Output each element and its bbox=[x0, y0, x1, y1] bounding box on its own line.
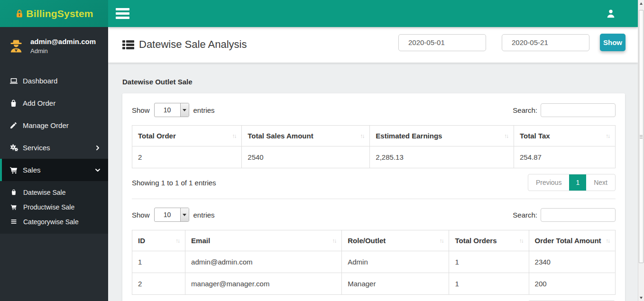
sidebar-item-add-order[interactable]: Add Order bbox=[0, 92, 108, 114]
page-header: Datewise Sale Analysis Show bbox=[108, 27, 638, 63]
previous-page-button[interactable]: Previous bbox=[528, 174, 569, 191]
page-title-text: Datewise Sale Analysis bbox=[139, 38, 247, 51]
date-to-input[interactable] bbox=[502, 34, 589, 51]
sort-icon: ↑↓ bbox=[606, 237, 609, 244]
select-caret-icon bbox=[180, 208, 189, 221]
sort-icon: ↑↓ bbox=[439, 237, 443, 244]
sidebar-menu: Dashboard Add Order Manage Order Service… bbox=[0, 70, 108, 234]
cell-role: Manager bbox=[342, 273, 449, 295]
sidebar-user-role: Admin bbox=[30, 47, 96, 55]
cell-email: admin@admin.com bbox=[185, 251, 342, 273]
top-navbar bbox=[108, 0, 638, 27]
column-header-email[interactable]: Email↑↓ bbox=[185, 230, 342, 251]
section-title: Datewise Outlet Sale bbox=[122, 78, 625, 86]
cell-total-order: 2 bbox=[132, 146, 242, 168]
sidebar-item-services[interactable]: Services bbox=[0, 137, 108, 159]
current-page-button[interactable]: 1 bbox=[569, 174, 586, 191]
user-table-controls: Show 10 entries Search: bbox=[132, 208, 616, 222]
cell-total-tax: 254.87 bbox=[514, 146, 616, 168]
entries-label: entries bbox=[193, 106, 215, 114]
column-header-total-tax[interactable]: Total Tax↑↓ bbox=[514, 126, 616, 146]
date-filter-controls: Show bbox=[398, 34, 626, 51]
th-list-icon bbox=[122, 40, 134, 50]
hamburger-icon[interactable] bbox=[113, 3, 132, 24]
cell-order-total-amount: 200 bbox=[529, 273, 615, 295]
scroll-up-arrow-icon[interactable] bbox=[638, 0, 644, 7]
column-header-total-order[interactable]: Total Order↑↓ bbox=[132, 126, 242, 146]
outlet-table-footer: Showing 1 to 1 of 1 entries Previous 1 N… bbox=[132, 174, 616, 191]
submenu-item-label: Productwise Sale bbox=[23, 203, 74, 211]
cart-icon bbox=[9, 166, 23, 174]
sidebar-item-label: Dashboard bbox=[23, 77, 101, 85]
next-page-button[interactable]: Next bbox=[586, 174, 615, 191]
page-size-select[interactable]: 10 bbox=[154, 208, 189, 222]
gears-icon bbox=[9, 144, 23, 152]
submenu-item-productwise-sale[interactable]: Productwise Sale bbox=[0, 200, 108, 214]
column-header-order-total-amount[interactable]: Order Total Amount↑↓ bbox=[529, 230, 615, 251]
sort-icon: ↑↓ bbox=[175, 237, 179, 244]
cell-total-orders: 1 bbox=[449, 251, 529, 273]
sidebar-item-label: Services bbox=[23, 144, 95, 152]
sort-icon: ↑↓ bbox=[606, 132, 609, 139]
column-header-role-outlet[interactable]: Role/Outlet↑↓ bbox=[342, 230, 449, 251]
search-label: Search: bbox=[513, 211, 537, 219]
shopping-bag-icon bbox=[10, 189, 19, 196]
submenu-item-label: Categorywise Sale bbox=[23, 218, 79, 226]
brand-name: BillingSystem bbox=[26, 8, 93, 19]
chevron-down-icon bbox=[95, 167, 101, 173]
cell-email: manager@manager.com bbox=[185, 273, 342, 295]
sort-icon: ↑↓ bbox=[360, 132, 364, 139]
sort-icon: ↑↓ bbox=[232, 132, 236, 139]
sidebar-item-dashboard[interactable]: Dashboard bbox=[0, 70, 108, 92]
main-content: Datewise Outlet Sale Show 10 entries Sea… bbox=[108, 63, 638, 301]
page-size-select[interactable]: 10 bbox=[154, 103, 189, 117]
navbar-user-icon[interactable] bbox=[605, 0, 617, 27]
table-header-row: ID↑↓ Email↑↓ Role/Outlet↑↓ Total Orders↑… bbox=[132, 230, 616, 251]
search-label: Search: bbox=[513, 106, 537, 114]
sidebar-item-label: Add Order bbox=[23, 99, 101, 107]
sidebar-item-sales[interactable]: Sales bbox=[0, 159, 108, 181]
sidebar-item-manage-order[interactable]: Manage Order bbox=[0, 114, 108, 137]
scrollbar-thumb[interactable] bbox=[639, 10, 644, 263]
cell-total-orders: 1 bbox=[449, 273, 529, 295]
user-secret-icon bbox=[8, 37, 25, 55]
table-row: 1 admin@admin.com Admin 1 2340 bbox=[132, 251, 616, 273]
user-search-input[interactable] bbox=[541, 208, 616, 222]
lock-icon bbox=[15, 9, 24, 19]
sidebar-user-panel: admin@admin.com Admin bbox=[0, 27, 108, 63]
date-from-input[interactable] bbox=[398, 34, 486, 51]
column-header-id[interactable]: ID↑↓ bbox=[132, 230, 185, 251]
brand-logo[interactable]: BillingSystem bbox=[0, 0, 108, 27]
chevron-right-icon bbox=[95, 145, 101, 151]
sort-icon: ↑↓ bbox=[504, 132, 508, 139]
page-size-value: 10 bbox=[155, 103, 180, 117]
sort-icon: ↑↓ bbox=[519, 237, 523, 244]
show-button[interactable]: Show bbox=[600, 34, 626, 51]
outlet-sale-table: Total Order↑↓ Total Sales Amount↑↓ Estim… bbox=[132, 125, 616, 168]
column-header-estimated-earnings[interactable]: Estimated Earnings↑↓ bbox=[370, 126, 514, 146]
pencil-icon bbox=[9, 121, 23, 129]
select-caret-icon bbox=[180, 103, 189, 117]
sidebar-item-label: Sales bbox=[23, 166, 95, 174]
column-header-total-orders[interactable]: Total Orders↑↓ bbox=[449, 230, 529, 251]
user-sale-table: ID↑↓ Email↑↓ Role/Outlet↑↓ Total Orders↑… bbox=[132, 230, 616, 295]
entries-summary: Showing 1 to 1 of 1 entries bbox=[132, 179, 216, 187]
sidebar-user-email: admin@admin.com bbox=[30, 37, 96, 46]
vertical-scrollbar[interactable] bbox=[638, 0, 644, 301]
datewise-outlet-sale-panel: Show 10 entries Search: Total Or bbox=[122, 93, 625, 301]
sidebar: BillingSystem admin@admin.com Admin Dash… bbox=[0, 0, 108, 301]
page-title: Datewise Sale Analysis bbox=[122, 38, 247, 51]
cart-icon bbox=[10, 204, 19, 210]
column-header-total-sales-amount[interactable]: Total Sales Amount↑↓ bbox=[242, 126, 370, 146]
cell-role: Admin bbox=[342, 251, 449, 273]
outlet-search-input[interactable] bbox=[541, 103, 616, 117]
submenu-item-datewise-sale[interactable]: Datewise Sale bbox=[0, 185, 108, 200]
section-divider bbox=[132, 199, 616, 199]
outlet-table-controls: Show 10 entries Search: bbox=[132, 103, 616, 117]
submenu-item-label: Datewise Sale bbox=[23, 189, 66, 196]
submenu-item-categorywise-sale[interactable]: Categorywise Sale bbox=[0, 214, 108, 229]
sort-icon: ↑↓ bbox=[332, 237, 336, 244]
entries-label: entries bbox=[193, 211, 215, 219]
scroll-down-arrow-icon[interactable] bbox=[638, 294, 644, 301]
show-entries-label: Show bbox=[132, 106, 150, 114]
